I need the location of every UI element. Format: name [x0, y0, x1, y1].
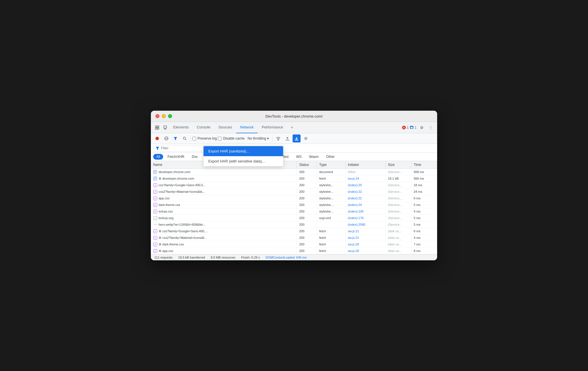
- row-7-icon: [153, 216, 157, 220]
- filter-text-input[interactable]: [161, 146, 204, 150]
- row-10-icon: ✓: [153, 236, 157, 240]
- row-5-size: (Service...: [386, 202, 411, 208]
- tab-network[interactable]: Network: [236, 122, 258, 133]
- filter-icon-button[interactable]: [171, 134, 179, 142]
- minimize-button[interactable]: [162, 114, 166, 118]
- header-size[interactable]: Size: [386, 161, 411, 168]
- preserve-log-label[interactable]: Preserve log: [192, 136, 217, 140]
- table-row[interactable]: ✓ ⚙ css?family=Google+Sans:400,... 200 f…: [151, 228, 437, 235]
- dt-right-icons: ✕ 1 💬 1 ⚙ ⋮: [402, 124, 435, 132]
- row-3-name: ✓ css2?family=Material+Icons&fa...: [151, 189, 297, 195]
- settings-icon[interactable]: ⚙: [418, 124, 426, 132]
- type-btn-wasm[interactable]: Wasm: [306, 154, 322, 160]
- device-toggle-icon[interactable]: [161, 124, 169, 132]
- row-10-initiator: sw.js:21: [346, 235, 386, 241]
- table-row[interactable]: ✓ ⚙ css2?family=Material+Icons&f... 200 …: [151, 235, 437, 241]
- row-7-type: svg+xml: [317, 215, 346, 221]
- status-bar: 111 requests 19.5 kB transferred 8.0 MB …: [151, 254, 437, 260]
- row-9-type: fetch: [317, 228, 346, 234]
- table-row[interactable]: ✓ ⚙ app.css 200 fetch sw.js:20 (disk ca.…: [151, 248, 437, 254]
- table-row[interactable]: ✓ ⚙ dark-theme.css 200 fetch sw.js:20 (d…: [151, 241, 437, 248]
- tab-console[interactable]: Console: [193, 122, 214, 133]
- table-row[interactable]: ✓ css?family=Google+Sans:400,5... 200 st…: [151, 182, 437, 189]
- more-options-icon[interactable]: ⋮: [427, 124, 435, 132]
- export-har-sensitive-item[interactable]: Export HAR (with sensitive data)...: [204, 156, 283, 166]
- svg-text:✓: ✓: [154, 230, 156, 233]
- header-time[interactable]: Time: [411, 161, 437, 168]
- row-0-icon: [153, 170, 157, 174]
- table-row[interactable]: ✓ app.css 200 styleshe... (index):22 (Se…: [151, 195, 437, 202]
- row-4-type: styleshe...: [317, 195, 346, 201]
- row-0-status: 200: [297, 169, 317, 175]
- table-row[interactable]: lockup.svg 200 svg+xml (index):176 (Serv…: [151, 215, 437, 221]
- tab-sources[interactable]: Sources: [214, 122, 236, 133]
- type-btn-doc[interactable]: Doc: [189, 154, 201, 160]
- close-button[interactable]: [155, 114, 159, 118]
- table-row[interactable]: ✓ css2?family=Material+Icons&fa... 200 s…: [151, 189, 437, 195]
- stop-recording-button[interactable]: [153, 134, 161, 142]
- disable-cache-checkbox[interactable]: [218, 137, 222, 140]
- row-2-initiator: (index):20: [346, 182, 386, 188]
- row-8-icon: ≈≈: [153, 223, 157, 227]
- table-row[interactable]: ✓ dark-theme.css 200 styleshe... (index)…: [151, 202, 437, 208]
- warning-badge[interactable]: 💬 1: [410, 126, 417, 130]
- throttle-select[interactable]: No throttling ▾: [246, 136, 271, 141]
- header-initiator[interactable]: Initiator: [346, 161, 386, 168]
- filter-input-wrapper[interactable]: [153, 145, 210, 151]
- error-badge[interactable]: ✕ 1: [402, 126, 409, 130]
- tab-performance[interactable]: Performance: [258, 122, 287, 133]
- svg-rect-36: [153, 216, 157, 220]
- svg-point-14: [183, 137, 186, 139]
- row-3-status: 200: [297, 189, 317, 195]
- table-row[interactable]: ✓ extras.css 200 styleshe... (index):105…: [151, 208, 437, 215]
- row-5-name: ✓ dark-theme.css: [151, 202, 297, 208]
- table-row[interactable]: ≈≈ hero.webp?w=1160&h=608&fet... 200 (in…: [151, 221, 437, 228]
- row-7-initiator: (index):176: [346, 215, 386, 221]
- row-8-type: [317, 221, 346, 228]
- type-btn-ws[interactable]: WS: [293, 154, 305, 160]
- row-9-name: ✓ ⚙ css?family=Google+Sans:400,...: [151, 228, 297, 234]
- type-btn-all[interactable]: All: [153, 154, 163, 160]
- search-button[interactable]: [181, 134, 189, 142]
- table-row[interactable]: ⚙ developer.chrome.com 200 fetch sw.js:2…: [151, 175, 437, 182]
- row-8-time: 5 ms: [411, 221, 437, 228]
- cursor-icon[interactable]: [153, 124, 161, 132]
- svg-text:✓: ✓: [154, 237, 156, 239]
- dropdown-overlay: Export HAR (sanitized)... Export HAR (wi…: [293, 134, 301, 142]
- header-status[interactable]: Status: [297, 161, 317, 168]
- svg-marker-17: [156, 147, 159, 150]
- preserve-log-checkbox[interactable]: [192, 137, 196, 140]
- row-3-time: 24 ms: [411, 189, 437, 195]
- row-12-icon: ✓: [153, 249, 157, 253]
- svg-rect-5: [164, 129, 166, 129]
- disable-cache-label[interactable]: Disable cache: [218, 136, 244, 140]
- header-type[interactable]: Type: [317, 161, 346, 168]
- download-har-button[interactable]: [293, 134, 301, 142]
- wifi-icon-button[interactable]: [274, 134, 282, 142]
- tab-more[interactable]: »: [287, 122, 297, 133]
- type-btn-fetchxhr[interactable]: Fetch/XHR: [164, 154, 188, 160]
- toolbar-settings-button[interactable]: ⚙: [302, 134, 310, 142]
- row-6-icon: ✓: [153, 209, 157, 213]
- row-11-initiator: sw.js:20: [346, 241, 386, 247]
- row-10-size: (disk ca...: [386, 235, 411, 241]
- tab-elements[interactable]: Elements: [169, 122, 193, 133]
- row-5-status: 200: [297, 202, 317, 208]
- row-12-size: (disk ca...: [386, 248, 411, 254]
- upload-icon-button[interactable]: [283, 134, 291, 142]
- row-5-type: styleshe...: [317, 202, 346, 208]
- clear-button[interactable]: [162, 134, 170, 142]
- har-dropdown-menu: Export HAR (sanitized)... Export HAR (wi…: [203, 146, 283, 166]
- row-12-name: ✓ ⚙ app.css: [151, 248, 297, 254]
- row-12-type: fetch: [317, 248, 346, 254]
- row-9-initiator: sw.js:21: [346, 228, 386, 234]
- row-6-status: 200: [297, 208, 317, 215]
- table-row[interactable]: developer.chrome.com 200 document Other …: [151, 169, 437, 175]
- row-8-name: ≈≈ hero.webp?w=1160&h=608&fet...: [151, 221, 297, 228]
- row-4-size: (Service...: [386, 195, 411, 201]
- type-btn-other[interactable]: Other: [323, 154, 338, 160]
- maximize-button[interactable]: [168, 114, 172, 118]
- filter-bar: Invert More filters ▾: [151, 144, 437, 153]
- row-0-name: developer.chrome.com: [151, 169, 297, 175]
- export-har-sanitized-item[interactable]: Export HAR (sanitized)...: [204, 146, 283, 156]
